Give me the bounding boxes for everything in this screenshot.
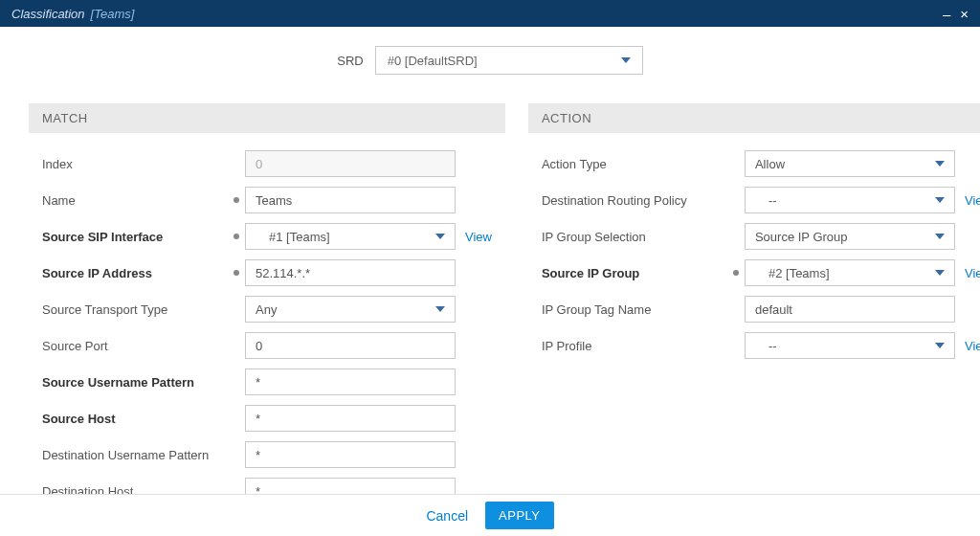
titlebar: Classification [Teams] – × (0, 0, 980, 27)
chevron-down-icon (935, 343, 945, 348)
dest-routing-view-link[interactable]: View (965, 193, 980, 208)
src-sip-if-view-link[interactable]: View (465, 230, 492, 244)
close-icon[interactable]: × (960, 6, 969, 22)
ipg-selection-label: IP Group Selection (542, 230, 733, 244)
chevron-down-icon (935, 197, 945, 203)
dst-host-label: Destination Host (42, 484, 234, 495)
src-ip-group-select[interactable]: #2 [Teams] (745, 259, 955, 286)
srd-label: SRD (337, 54, 363, 68)
match-header: MATCH (29, 103, 505, 133)
src-port-input[interactable]: 0 (245, 332, 456, 359)
action-section: ACTION Action Type Allow Destination Rou… (528, 103, 980, 494)
chevron-down-icon (435, 306, 445, 312)
match-section: MATCH Index 0 Name Teams Source SIP Inte… (29, 103, 505, 494)
src-sip-if-select[interactable]: #1 [Teams] (245, 223, 456, 250)
minimize-icon[interactable]: – (943, 6, 950, 22)
modified-dot-icon (733, 270, 739, 276)
src-user-ptn-input[interactable]: * (245, 368, 456, 395)
src-port-label: Source Port (42, 339, 234, 353)
chevron-down-icon (935, 270, 945, 276)
action-type-select[interactable]: Allow (745, 150, 955, 177)
apply-button[interactable]: APPLY (485, 502, 553, 529)
dialog-footer: Cancel APPLY (0, 494, 980, 536)
ip-profile-view-link[interactable]: View (965, 339, 980, 353)
src-user-ptn-label: Source Username Pattern (42, 375, 234, 390)
name-input[interactable]: Teams (245, 187, 456, 213)
modified-dot-icon (234, 270, 239, 276)
dialog-subtitle: [Teams] (91, 7, 135, 21)
src-transport-label: Source Transport Type (42, 302, 234, 317)
srd-value: #0 [DefaultSRD] (388, 54, 478, 68)
src-ip-group-label: Source IP Group (542, 266, 733, 280)
chevron-down-icon (935, 161, 945, 167)
action-header: ACTION (528, 103, 980, 133)
chevron-down-icon (935, 234, 945, 239)
src-ip-label: Source IP Address (42, 266, 234, 280)
ipg-selection-select[interactable]: Source IP Group (745, 223, 955, 250)
chevron-down-icon (435, 234, 445, 239)
src-ip-group-view-link[interactable]: View (965, 266, 980, 280)
ipg-tag-input[interactable]: default (745, 296, 955, 323)
dialog-content: SRD #0 [DefaultSRD] MATCH Index 0 Name T… (0, 27, 980, 494)
modified-dot-icon (234, 234, 239, 239)
srd-row: SRD #0 [DefaultSRD] (29, 46, 951, 75)
dest-routing-select[interactable]: -- (745, 187, 955, 213)
ip-profile-select[interactable]: -- (745, 332, 955, 359)
src-sip-if-label: Source SIP Interface (42, 230, 234, 244)
ip-profile-label: IP Profile (542, 339, 733, 353)
dst-user-ptn-label: Destination Username Pattern (42, 448, 234, 462)
modified-dot-icon (234, 197, 239, 203)
dst-user-ptn-input[interactable]: * (245, 441, 456, 468)
ipg-tag-label: IP Group Tag Name (542, 302, 733, 317)
dst-host-input[interactable]: * (245, 478, 456, 494)
dest-routing-label: Destination Routing Policy (542, 193, 733, 208)
name-label: Name (42, 193, 234, 208)
dialog-title: Classification (11, 7, 85, 21)
src-ip-input[interactable]: 52.114.*.* (245, 259, 456, 286)
index-input: 0 (245, 150, 456, 177)
src-host-input[interactable]: * (245, 405, 456, 432)
src-transport-select[interactable]: Any (245, 296, 456, 323)
cancel-button[interactable]: Cancel (426, 508, 468, 524)
chevron-down-icon (621, 57, 631, 63)
src-host-label: Source Host (42, 412, 234, 426)
index-label: Index (42, 157, 234, 171)
srd-select[interactable]: #0 [DefaultSRD] (375, 46, 643, 75)
action-type-label: Action Type (542, 157, 733, 171)
